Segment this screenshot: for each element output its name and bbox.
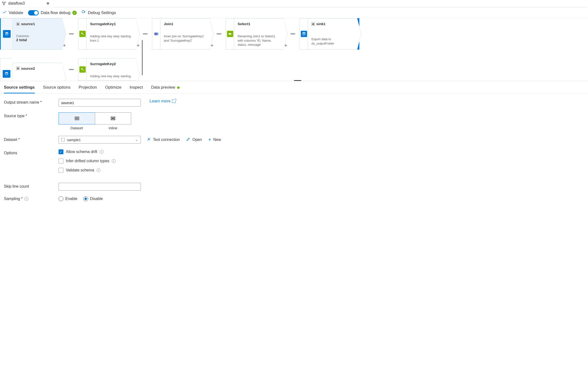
node-source2[interactable]: ▦source2 xyxy=(0,58,62,81)
validate-button[interactable]: Validate xyxy=(2,10,23,15)
dataflow-canvas[interactable]: ▦source1 Columns: 2 total + SurrogateKey… xyxy=(0,18,588,81)
node-source1[interactable]: ▦source1 Columns: 2 total xyxy=(0,18,62,50)
node-name: source2 xyxy=(21,66,35,71)
columns-label: Columns: xyxy=(16,34,59,38)
svg-point-2 xyxy=(3,4,5,5)
node-name: source1 xyxy=(21,22,35,26)
svg-point-10 xyxy=(5,72,8,73)
dataset-value: sample1 xyxy=(67,138,81,142)
grid-icon xyxy=(74,116,80,121)
svg-rect-8 xyxy=(229,33,231,35)
node-name: SurrogateKey2 xyxy=(90,62,116,66)
open-dataset-button[interactable]: Open xyxy=(186,137,202,143)
svg-point-4 xyxy=(5,32,8,33)
validate-label: Validate xyxy=(9,10,23,15)
info-icon[interactable]: i xyxy=(100,150,104,154)
debug-toggle-label: Data flow debug xyxy=(41,10,70,15)
surrogatekey-icon xyxy=(79,31,86,37)
infer-drifted-checkbox[interactable]: Infer drifted column types i xyxy=(59,159,116,164)
info-icon[interactable]: i xyxy=(97,168,100,172)
tab-header: dataflow3 xyxy=(0,0,588,8)
select-icon xyxy=(227,31,233,37)
plus-icon: + xyxy=(208,137,211,143)
preview-indicator-icon xyxy=(177,86,179,89)
external-link-icon xyxy=(172,100,175,103)
surrogatekey-icon xyxy=(79,66,86,73)
connector-line xyxy=(290,33,295,34)
dataset-icon: ▦ xyxy=(16,67,20,70)
chevron-down-icon: ⌄ xyxy=(135,138,138,142)
learn-more-link[interactable]: Learn more xyxy=(149,99,175,104)
source-type-inline-button[interactable] xyxy=(95,112,131,124)
node-surrogatekey1[interactable]: SurrogateKey1 Adding new key skey starti… xyxy=(73,18,136,50)
dataset-option-label: Dataset xyxy=(59,126,95,130)
options-label: Options xyxy=(4,149,59,155)
debug-settings-label: Debug Settings xyxy=(88,10,116,15)
add-step-button[interactable]: + xyxy=(283,42,289,49)
sink-icon xyxy=(301,31,307,37)
tab-projection[interactable]: Projection xyxy=(79,85,97,93)
info-icon[interactable]: i xyxy=(112,159,116,163)
add-step-button[interactable]: + xyxy=(62,42,67,49)
source-type-icon xyxy=(0,18,13,50)
tab-inspect[interactable]: Inspect xyxy=(130,85,143,93)
columns-value: 2 total xyxy=(16,38,59,42)
skip-line-label: Skip line count xyxy=(4,183,59,189)
node-desc: Export data to ds_outputFolder xyxy=(311,37,354,46)
dataset-icon: ▦ xyxy=(16,22,20,26)
node-name: Join1 xyxy=(164,22,173,26)
source-settings-form: Output stream name * Learn more Source t… xyxy=(0,93,588,212)
checkbox-icon: ✓ xyxy=(59,149,63,154)
node-name: sink1 xyxy=(316,22,325,26)
dataset-icon: ▦ xyxy=(311,22,315,26)
radio-icon xyxy=(59,196,63,201)
toggle-switch-icon[interactable] xyxy=(28,10,39,15)
dataflow-icon xyxy=(1,1,6,6)
node-desc: Adding new key skey starting xyxy=(90,74,132,78)
output-stream-input[interactable] xyxy=(59,99,141,107)
check-icon xyxy=(2,10,7,15)
debug-settings-button[interactable]: Debug Settings xyxy=(81,10,116,15)
unsaved-indicator-icon xyxy=(47,2,49,5)
node-sink1[interactable]: ▦sink1 Export data to ds_outputFolder xyxy=(295,18,359,50)
sampling-label: Sampling * xyxy=(4,197,22,201)
test-connection-button[interactable]: Test connection xyxy=(147,137,180,143)
source-type-icon xyxy=(0,58,13,81)
panel-resize-handle[interactable] xyxy=(294,80,301,81)
node-join1[interactable]: Join1 Inner join on 'SurrogateKey1' and … xyxy=(147,18,210,50)
add-step-button[interactable]: + xyxy=(136,42,141,49)
dataset-dropdown[interactable]: sample1 ⌄ xyxy=(59,136,141,144)
skip-line-input[interactable] xyxy=(59,183,141,191)
allow-schema-drift-checkbox[interactable]: ✓ Allow schema drift i xyxy=(59,149,116,154)
plug-icon xyxy=(147,137,151,143)
source-type-dataset-button[interactable] xyxy=(59,112,95,124)
debug-toggle[interactable]: Data flow debug xyxy=(28,10,77,15)
svg-point-7 xyxy=(156,32,159,35)
node-desc: Inner join on 'SurrogateKey1' and 'Surro… xyxy=(164,34,206,43)
connector-line xyxy=(69,33,74,34)
tab-source-options[interactable]: Source options xyxy=(43,85,70,93)
node-select1[interactable]: Select1 Renaming Join1 to Select1 with c… xyxy=(221,18,284,50)
node-desc: Renaming Join1 to Select1 with columns '… xyxy=(238,34,280,47)
info-icon[interactable]: i xyxy=(24,197,28,201)
add-step-button[interactable]: + xyxy=(209,42,215,49)
connector-line xyxy=(143,33,148,34)
settings-tabs: Source settings Source options Projectio… xyxy=(0,81,588,93)
sampling-enable-radio[interactable]: Enable xyxy=(59,196,77,201)
svg-rect-3 xyxy=(82,11,84,13)
tab-optimize[interactable]: Optimize xyxy=(105,85,121,93)
connector-line xyxy=(69,69,74,70)
node-surrogatekey2[interactable]: SurrogateKey2 Adding new key skey starti… xyxy=(73,58,136,81)
node-desc: Adding new key skey starting from 1 xyxy=(90,34,132,43)
sampling-disable-radio[interactable]: Disable xyxy=(83,196,103,201)
radio-icon xyxy=(83,196,88,201)
validate-schema-checkbox[interactable]: Validate schema i xyxy=(59,168,116,173)
svg-point-9 xyxy=(302,32,305,33)
tab-source-settings[interactable]: Source settings xyxy=(4,85,35,93)
document-name[interactable]: dataflow3 xyxy=(8,1,25,6)
tab-data-preview[interactable]: Data preview xyxy=(151,85,179,93)
new-dataset-button[interactable]: + New xyxy=(208,137,221,143)
svg-point-11 xyxy=(81,68,82,69)
inline-option-label: Inline xyxy=(95,126,131,130)
settings-arrow-icon xyxy=(81,10,86,15)
